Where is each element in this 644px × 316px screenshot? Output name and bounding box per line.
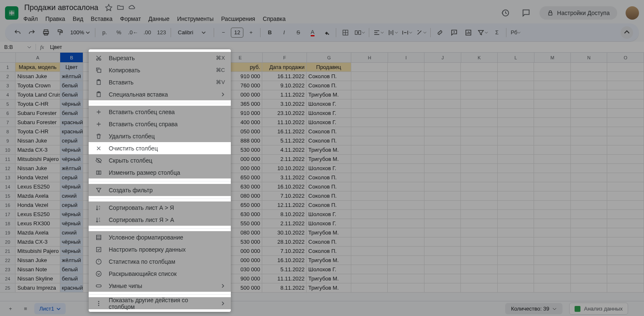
row-header[interactable]: 4 xyxy=(0,90,15,99)
cell[interactable] xyxy=(351,228,388,237)
filter-button[interactable] xyxy=(476,26,489,39)
row-header[interactable]: 18 xyxy=(0,219,15,228)
cell[interactable] xyxy=(534,81,571,90)
cell[interactable] xyxy=(388,247,424,255)
row-header[interactable]: 14 xyxy=(0,182,15,191)
cell[interactable] xyxy=(388,63,424,71)
cell[interactable] xyxy=(571,201,608,209)
cell[interactable] xyxy=(461,283,498,292)
cell[interactable]: Honda Vezel xyxy=(15,201,60,209)
cell[interactable]: Mazda CX-3 xyxy=(15,145,60,154)
font-select[interactable]: Calibri xyxy=(174,29,211,36)
row-header[interactable]: 8 xyxy=(0,127,15,136)
cell[interactable] xyxy=(424,237,461,246)
halign-button[interactable] xyxy=(372,26,385,39)
cell[interactable] xyxy=(571,237,608,246)
cell[interactable] xyxy=(607,274,644,283)
cell[interactable] xyxy=(498,155,534,163)
cell[interactable] xyxy=(571,247,608,255)
cell[interactable]: Соколов П. xyxy=(307,191,351,200)
cell[interactable] xyxy=(534,155,571,163)
name-box[interactable]: B:B xyxy=(0,44,36,50)
cell[interactable] xyxy=(498,228,534,237)
cell[interactable] xyxy=(388,173,424,182)
row-header[interactable]: 6 xyxy=(0,109,15,117)
decrease-font-button[interactable]: − xyxy=(217,26,230,39)
cell[interactable] xyxy=(351,247,388,255)
cell[interactable]: Шолохов Г. xyxy=(307,99,351,108)
cell[interactable] xyxy=(461,118,498,127)
cell[interactable] xyxy=(498,127,534,136)
column-header-B[interactable]: B xyxy=(60,53,84,62)
cell[interactable] xyxy=(534,219,571,228)
cell[interactable] xyxy=(424,247,461,255)
cell[interactable] xyxy=(571,191,608,200)
cell[interactable] xyxy=(388,90,424,99)
cell[interactable]: Соколов П. xyxy=(307,201,351,209)
cell[interactable] xyxy=(424,109,461,117)
column-header-A[interactable]: A xyxy=(16,53,60,62)
cell[interactable] xyxy=(351,201,388,209)
valign-button[interactable] xyxy=(386,26,399,39)
cell[interactable] xyxy=(461,182,498,191)
cell[interactable] xyxy=(351,182,388,191)
cell[interactable] xyxy=(498,219,534,228)
cell[interactable] xyxy=(388,210,424,219)
row-header[interactable]: 15 xyxy=(0,191,15,200)
cell[interactable] xyxy=(534,63,571,71)
cell[interactable] xyxy=(461,109,498,117)
cell[interactable]: Nissan Juke xyxy=(15,256,60,265)
row-header[interactable]: 2 xyxy=(0,72,15,81)
comment-button[interactable] xyxy=(447,26,461,39)
percent-button[interactable]: % xyxy=(112,26,125,39)
cell[interactable]: Соколов П. xyxy=(307,247,351,255)
cell[interactable]: 23.10.2022 xyxy=(262,109,307,117)
cell[interactable] xyxy=(351,145,388,154)
cell[interactable]: Соколов П. xyxy=(307,173,351,182)
cell[interactable] xyxy=(424,173,461,182)
cell[interactable] xyxy=(388,228,424,237)
cell[interactable] xyxy=(534,182,571,191)
cell[interactable]: Тригубов М. xyxy=(307,155,351,163)
row-header[interactable]: 3 xyxy=(0,81,15,90)
cell[interactable]: серый xyxy=(60,173,84,182)
cell[interactable] xyxy=(607,265,644,274)
cell[interactable] xyxy=(351,256,388,265)
cell[interactable]: 8.11.2022 xyxy=(262,283,307,292)
cell[interactable]: жёлтый xyxy=(60,256,84,265)
cell[interactable]: Шолохов Г. xyxy=(307,210,351,219)
cell[interactable]: Subaru Forester xyxy=(15,109,60,117)
cell[interactable] xyxy=(571,81,608,90)
cell[interactable] xyxy=(424,228,461,237)
cell[interactable] xyxy=(607,99,644,108)
cell[interactable] xyxy=(351,81,388,90)
cell[interactable] xyxy=(607,237,644,246)
ctx-Условное форматирование[interactable]: Условное форматирование xyxy=(89,231,231,243)
all-sheets-button[interactable]: ≡ xyxy=(19,303,32,315)
cell[interactable]: чёрный xyxy=(60,99,84,108)
cell[interactable] xyxy=(351,127,388,136)
cell[interactable] xyxy=(498,72,534,81)
cell[interactable]: 16.10.2022 xyxy=(262,182,307,191)
cell[interactable] xyxy=(461,274,498,283)
cell[interactable] xyxy=(461,81,498,90)
cell[interactable] xyxy=(388,99,424,108)
column-header-G[interactable]: G xyxy=(307,53,351,62)
cell[interactable]: Nissan Skyline xyxy=(15,274,60,283)
cell[interactable]: Toyota Crown xyxy=(15,81,60,90)
cell[interactable] xyxy=(498,265,534,274)
cell[interactable] xyxy=(351,237,388,246)
cell[interactable] xyxy=(571,109,608,117)
cell[interactable]: белый xyxy=(60,265,84,274)
row-header[interactable]: 13 xyxy=(0,173,15,182)
cell[interactable] xyxy=(498,136,534,145)
cell[interactable] xyxy=(388,118,424,127)
ctx-Очистить столбец[interactable]: Очистить столбец xyxy=(89,142,231,154)
ctx-Настроить проверку данных[interactable]: Настроить проверку данных xyxy=(89,243,231,255)
cell[interactable] xyxy=(388,136,424,145)
cell[interactable]: синий xyxy=(60,191,84,200)
cell[interactable] xyxy=(461,72,498,81)
link-button[interactable] xyxy=(433,26,447,39)
cell[interactable] xyxy=(388,283,424,292)
cell[interactable] xyxy=(351,118,388,127)
